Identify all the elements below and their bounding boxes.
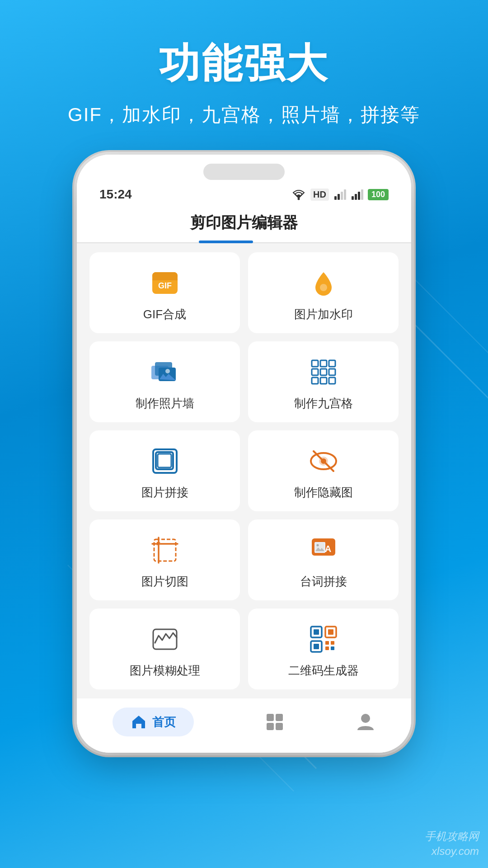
feature-gif[interactable]: GIF GIF合成 [89, 252, 240, 333]
svg-point-17 [320, 284, 327, 291]
status-icons: HD 100 [291, 188, 389, 201]
svg-text:A: A [324, 544, 331, 554]
page-title: 功能强大 [0, 36, 488, 91]
svg-rect-22 [312, 360, 318, 367]
svg-rect-51 [314, 629, 319, 635]
svg-rect-33 [158, 454, 171, 467]
bottom-nav: 首页 [77, 698, 411, 753]
feature-nine-grid-label: 制作九宫格 [294, 396, 353, 411]
feature-dialogue[interactable]: A 台词拼接 [248, 519, 399, 600]
signal-icon [333, 188, 346, 201]
app-header: 剪印图片编辑器 [77, 205, 411, 243]
feature-blur[interactable]: 图片模糊处理 [89, 609, 240, 689]
qrcode-icon [307, 623, 340, 656]
feature-photo-wall[interactable]: 制作照片墙 [89, 341, 240, 422]
svg-rect-58 [325, 646, 329, 650]
svg-rect-25 [312, 369, 318, 375]
signal2-icon [351, 188, 363, 201]
svg-point-4 [298, 198, 300, 200]
svg-rect-24 [329, 360, 335, 367]
photo-wall-icon [149, 356, 181, 388]
nav-tools[interactable] [265, 712, 285, 732]
stitch-icon [149, 445, 181, 477]
status-time: 15:24 [99, 187, 132, 202]
feature-crop-label: 图片切图 [141, 574, 188, 590]
svg-rect-11 [358, 192, 360, 200]
watermark: 手机攻略网xlsoy.com [425, 829, 479, 859]
svg-rect-15 [152, 278, 178, 280]
grid-icon [265, 712, 285, 732]
feature-stitch-label: 图片拼接 [141, 485, 188, 500]
svg-rect-12 [361, 189, 363, 200]
feature-watermark-label: 图片加水印 [294, 307, 353, 322]
svg-rect-28 [312, 377, 318, 384]
svg-rect-53 [328, 629, 333, 635]
phone-notch [203, 164, 285, 180]
feature-hidden-label: 制作隐藏图 [294, 485, 353, 500]
svg-point-21 [165, 369, 170, 373]
features-grid: GIF GIF合成 图片加水印 [77, 243, 411, 698]
feature-blur-label: 图片模糊处理 [130, 663, 200, 679]
tab-inactive[interactable] [253, 241, 289, 243]
svg-rect-27 [329, 369, 335, 375]
svg-rect-29 [320, 377, 327, 384]
feature-qrcode[interactable]: 二维码生成器 [248, 609, 399, 689]
nav-profile[interactable] [356, 712, 375, 732]
svg-rect-61 [276, 714, 283, 721]
svg-rect-10 [355, 194, 357, 200]
svg-rect-59 [331, 646, 334, 650]
svg-text:GIF: GIF [158, 281, 172, 290]
watermark-icon [307, 267, 340, 299]
hidden-icon [307, 445, 340, 477]
nav-home[interactable]: 首页 [113, 708, 194, 736]
svg-rect-57 [331, 641, 334, 645]
feature-crop[interactable]: 图片切图 [89, 519, 240, 600]
svg-rect-9 [352, 196, 354, 200]
page-header: 功能强大 GIF，加水印，九宫格，照片墙，拼接等 [0, 0, 488, 127]
feature-qrcode-label: 二维码生成器 [288, 663, 359, 679]
nine-grid-icon [307, 356, 340, 388]
phone-top: 15:24 HD [77, 155, 411, 202]
svg-rect-26 [320, 369, 327, 375]
svg-rect-23 [320, 360, 327, 367]
svg-rect-30 [329, 377, 335, 384]
dialogue-icon: A [307, 534, 340, 566]
feature-nine-grid[interactable]: 制作九宫格 [248, 341, 399, 422]
svg-rect-63 [276, 723, 283, 730]
svg-rect-55 [314, 644, 319, 649]
page-subtitle: GIF，加水印，九宫格，照片墙，拼接等 [0, 102, 488, 127]
svg-point-64 [361, 714, 370, 723]
blur-icon [149, 623, 181, 656]
tab-active[interactable] [199, 241, 253, 243]
feature-dialogue-label: 台词拼接 [300, 574, 347, 590]
svg-rect-60 [267, 714, 274, 721]
battery-icon: 100 [368, 189, 389, 200]
gif-icon: GIF [149, 267, 181, 299]
svg-rect-6 [338, 194, 340, 200]
svg-point-46 [316, 544, 319, 547]
svg-rect-62 [267, 723, 274, 730]
feature-stitch[interactable]: 图片拼接 [89, 430, 240, 511]
nav-home-label: 首页 [152, 714, 176, 730]
person-icon [356, 712, 375, 732]
wifi-icon [291, 188, 306, 201]
svg-rect-8 [344, 189, 346, 200]
hd-badge: HD [310, 189, 329, 201]
svg-rect-5 [334, 196, 337, 200]
feature-gif-label: GIF合成 [143, 307, 186, 322]
status-bar: 15:24 HD [95, 187, 393, 202]
phone-mockup: 15:24 HD [77, 155, 411, 753]
svg-rect-56 [325, 641, 329, 645]
app-title: 剪印图片编辑器 [77, 212, 411, 233]
feature-hidden[interactable]: 制作隐藏图 [248, 430, 399, 511]
crop-icon [149, 534, 181, 566]
feature-watermark[interactable]: 图片加水印 [248, 252, 399, 333]
feature-photo-wall-label: 制作照片墙 [136, 396, 194, 411]
home-icon [131, 714, 147, 730]
svg-rect-7 [341, 192, 343, 200]
